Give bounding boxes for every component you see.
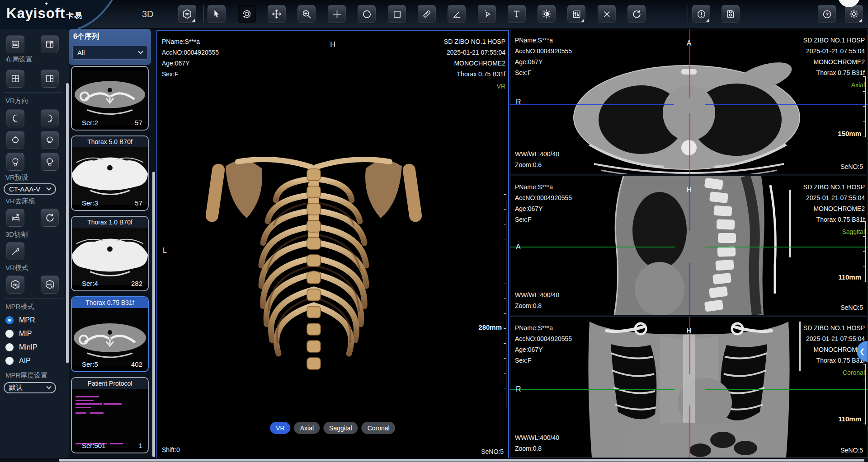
- delete-annotation-button[interactable]: [598, 5, 616, 23]
- patient-name: PName:S***a: [515, 182, 572, 192]
- bed-remove-icon: [10, 213, 21, 223]
- viewport-coronal[interactable]: PName:S***a AccNO:0004920555 Age:067Y Se…: [510, 317, 868, 458]
- thumbnail-footer: Ser:4 282: [72, 280, 148, 289]
- crosshair-vertical-blue[interactable]: [689, 263, 690, 315]
- series-thumbnail-ser2[interactable]: Ser:2 57: [71, 66, 149, 131]
- study-datetime: 2025-01-21 07:55:04: [803, 333, 865, 344]
- crosshair-horizontal-blue[interactable]: [705, 104, 868, 105]
- window-level-button[interactable]: [538, 5, 556, 23]
- help-button[interactable]: ?: [818, 5, 836, 23]
- series-number: Ser:4: [82, 280, 98, 287]
- crosshair-horizontal-green[interactable]: [510, 389, 675, 390]
- save-button[interactable]: [722, 5, 740, 23]
- head-bottom-icon: [45, 135, 55, 145]
- vr-orient-head-back-button[interactable]: [6, 153, 24, 171]
- series-filter-value: All: [77, 49, 85, 56]
- patient-age: Age:067Y: [515, 203, 572, 214]
- adjustments-button[interactable]: [567, 5, 585, 23]
- pan-button[interactable]: [268, 5, 286, 23]
- window-level-icon: [541, 9, 552, 19]
- series-scrollbar[interactable]: [152, 172, 155, 457]
- orientation-marker-left: R: [516, 385, 521, 393]
- layout-grid-button[interactable]: [6, 70, 24, 88]
- settings-button[interactable]: [845, 5, 863, 23]
- series-thumbnail-ser501[interactable]: Patient Protocol Ser:501 1: [71, 377, 149, 453]
- reset-view-button[interactable]: [627, 5, 646, 23]
- mpr-mode-radio-mip[interactable]: MIP: [5, 330, 32, 338]
- text-tool-button[interactable]: [508, 5, 526, 23]
- alert-button[interactable]: [692, 5, 710, 23]
- sidebar-scrollbar[interactable]: [66, 83, 69, 363]
- viewport-3d-vr[interactable]: PName:S***a AccNO:0004920555 Age:067Y Se…: [156, 30, 509, 459]
- head-back-icon: [10, 157, 20, 167]
- crosshair-vertical-red[interactable]: [689, 113, 690, 174]
- mpr-mode-radio-mpr[interactable]: MPR: [5, 316, 35, 324]
- radio-label: MinIP: [19, 343, 38, 351]
- vr-orient-head-right-button[interactable]: [41, 109, 59, 127]
- vr-bed-reset-button[interactable]: [41, 209, 59, 227]
- series-thumbnail-ser3[interactable]: Thorax 5.0 B70f Ser:3 57: [71, 135, 149, 211]
- series-no: SeNO:5: [840, 304, 863, 311]
- vr-mode-vr-button[interactable]: VR: [6, 275, 24, 294]
- viewport-saggital[interactable]: PName:S***a AccNO:0004920555 Age:067Y Se…: [510, 176, 868, 315]
- radio-label: AIP: [19, 357, 31, 365]
- view-button-saggital[interactable]: Saggital: [323, 422, 358, 434]
- crosshair-vertical-blue[interactable]: [689, 176, 690, 231]
- crosshair-button[interactable]: [328, 5, 346, 23]
- vr-preset-select[interactable]: CT-AAA-V: [4, 183, 56, 195]
- view-button-vr[interactable]: VR: [270, 422, 290, 434]
- vr-bed-label: VR去床板: [5, 197, 35, 205]
- viewport-axial[interactable]: PName:S***a AccNO:0004920555 Age:067Y Se…: [510, 29, 868, 174]
- crosshair-horizontal-green[interactable]: [510, 247, 675, 247]
- vr-orient-head-top-button[interactable]: [6, 131, 24, 149]
- vr-orient-head-front-button[interactable]: [41, 153, 59, 171]
- ruler-tool-button[interactable]: [418, 5, 436, 23]
- reset-icon: [632, 9, 642, 19]
- horizontal-scrollbar[interactable]: [59, 459, 864, 462]
- crosshair-horizontal-green[interactable]: [705, 389, 868, 390]
- image-count: 57: [135, 119, 142, 126]
- view-button-axial[interactable]: Axial: [294, 422, 320, 434]
- series-thumbnail-ser5-selected[interactable]: Thorax 0.75 B31f Ser:5 402: [71, 296, 149, 372]
- hospital-name: SD ZIBO NO.1 HOSP: [803, 322, 865, 333]
- cobb-angle-tool-button[interactable]: [478, 5, 496, 23]
- hospital-name: SD ZIBO NO.1 HOSP: [803, 182, 865, 192]
- mode-label-3d: 3D: [142, 9, 154, 19]
- series-filter-select[interactable]: All: [72, 46, 147, 60]
- vr-mode-mip-button[interactable]: MIP: [41, 275, 59, 294]
- remove-bed-button[interactable]: [6, 209, 24, 227]
- thumbnail-footer: Ser:501 1: [72, 442, 148, 452]
- crosshair-horizontal-green[interactable]: [705, 247, 868, 247]
- crosshair-horizontal-blue[interactable]: [510, 104, 674, 105]
- shift-value: Shift:0: [162, 444, 180, 455]
- zoom-button[interactable]: [297, 5, 316, 23]
- layout-close-icon: [45, 39, 55, 49]
- angle-tool-button[interactable]: [448, 5, 466, 23]
- layout-right-column-button[interactable]: [41, 70, 59, 88]
- study-info-overlay: SD ZIBO NO.1 HOSP 2025-01-21 07:55:04 MO…: [803, 182, 865, 237]
- toolbar-separator: [203, 5, 204, 23]
- ellipse-tool-button[interactable]: [358, 5, 376, 23]
- select-cursor-button[interactable]: [208, 5, 226, 23]
- rectangle-tool-button[interactable]: [388, 5, 406, 23]
- radio-selected-icon: [5, 316, 14, 324]
- crosshair-vertical-red[interactable]: [689, 317, 690, 374]
- mpr-mode-radio-minip[interactable]: MinIP: [5, 343, 38, 351]
- 3d-mode-button[interactable]: 3D: [178, 5, 196, 23]
- photometric: MONOCHROME2: [803, 344, 865, 355]
- dropdown-corner: [192, 19, 195, 22]
- view-button-coronal[interactable]: Coronal: [362, 422, 396, 434]
- close-layout-button[interactable]: [41, 35, 59, 53]
- crosshair-vertical-red[interactable]: [689, 406, 690, 457]
- patient-sex: Sex:F: [515, 214, 572, 225]
- vr-orient-head-bottom-button[interactable]: [41, 131, 59, 149]
- series-thumbnail-ser4[interactable]: Thorax 1.0 B70f Ser:4 282: [71, 216, 149, 291]
- mpr-mode-radio-aip[interactable]: AIP: [5, 357, 31, 365]
- series-list-toggle-button[interactable]: [6, 35, 24, 53]
- vr-orient-head-left-button[interactable]: [6, 109, 24, 127]
- mpr-thickness-select[interactable]: 默认: [4, 382, 56, 393]
- cut-3d-button[interactable]: [6, 242, 24, 260]
- rotate-3d-button[interactable]: [238, 5, 256, 23]
- head-right-icon: [45, 113, 55, 123]
- series-description: Thorax 0.75 B31f: [444, 69, 505, 79]
